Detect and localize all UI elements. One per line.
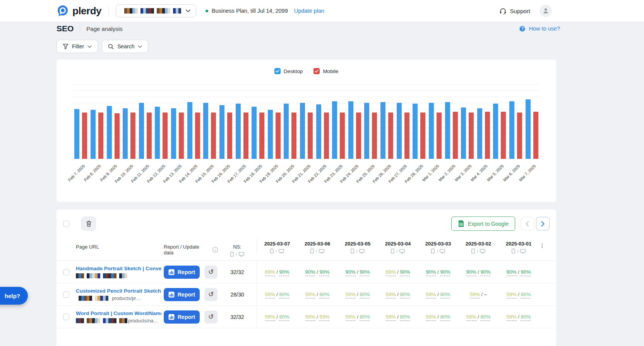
desktop-score-link[interactable]: 80% xyxy=(279,314,289,321)
user-avatar[interactable] xyxy=(540,5,552,17)
select-all-checkbox[interactable] xyxy=(63,221,69,227)
report-button[interactable]: Report xyxy=(164,288,200,301)
desktop-score-link[interactable]: 80% xyxy=(400,314,410,321)
desktop-bar-6[interactable] xyxy=(171,108,176,159)
desktop-bar-1[interactable] xyxy=(91,110,96,159)
desktop-bar-23[interactable] xyxy=(445,102,450,159)
mobile-score-link[interactable]: 90% xyxy=(426,269,436,276)
mobile-score-link[interactable]: 59% xyxy=(265,314,275,321)
mobile-bar-17[interactable] xyxy=(356,112,361,159)
export-to-google-button[interactable]: Export to Google xyxy=(451,216,515,231)
mobile-bar-4[interactable] xyxy=(147,112,152,159)
page-url-link[interactable]: Handmade Portrait Sketch | Convert P… xyxy=(76,266,161,271)
mobile-bar-6[interactable] xyxy=(179,112,184,159)
desktop-bar-16[interactable] xyxy=(332,101,337,159)
desktop-score-link[interactable]: 80% xyxy=(360,314,370,321)
refresh-button[interactable]: ↺ xyxy=(204,288,218,301)
row-checkbox[interactable] xyxy=(63,291,69,298)
desktop-score-link[interactable]: 80% xyxy=(521,314,531,321)
mobile-score-link[interactable]: 69% xyxy=(265,269,275,276)
plerdy-logo[interactable]: plerdy xyxy=(57,5,101,17)
desktop-bar-10[interactable] xyxy=(236,104,241,159)
support-button[interactable]: Support xyxy=(499,7,530,15)
desktop-score-link[interactable]: 80% xyxy=(440,314,450,321)
mobile-score-link[interactable]: 59% xyxy=(386,291,396,298)
mobile-score-link[interactable]: 59% xyxy=(346,291,356,298)
mobile-bar-18[interactable] xyxy=(372,112,377,159)
project-selector-dropdown[interactable] xyxy=(116,4,196,17)
desktop-bar-4[interactable] xyxy=(139,103,144,159)
desktop-bar-0[interactable] xyxy=(74,109,79,159)
desktop-score-link[interactable]: 90% xyxy=(319,269,329,276)
desktop-bar-24[interactable] xyxy=(461,107,466,159)
mobile-bar-19[interactable] xyxy=(388,112,393,159)
legend-mobile[interactable]: Mobile xyxy=(313,68,338,74)
mobile-bar-11[interactable] xyxy=(259,112,264,159)
mobile-score-link[interactable]: 90% xyxy=(346,269,356,276)
info-icon[interactable]: i xyxy=(212,247,218,252)
desktop-bar-26[interactable] xyxy=(493,104,498,159)
filter-button[interactable]: Filter xyxy=(57,40,98,53)
row-checkbox[interactable] xyxy=(63,269,69,275)
desktop-score-link[interactable]: 90% xyxy=(480,269,490,276)
mobile-bar-10[interactable] xyxy=(243,112,248,159)
mobile-bar-7[interactable] xyxy=(195,112,200,159)
desktop-bar-2[interactable] xyxy=(107,106,112,159)
desktop-score-link[interactable]: 80% xyxy=(521,291,531,298)
desktop-bar-13[interactable] xyxy=(284,104,289,159)
mobile-score-link[interactable]: 59% xyxy=(386,314,396,321)
mobile-checkbox[interactable] xyxy=(313,68,320,74)
page-url-link[interactable]: Customized Pencil Portrait Sketch| C… xyxy=(76,288,161,294)
mobile-bar-1[interactable] xyxy=(98,112,103,159)
desktop-score-link[interactable]: 90% xyxy=(400,269,410,276)
desktop-bar-21[interactable] xyxy=(413,104,418,159)
search-button[interactable]: Search xyxy=(102,40,148,53)
mobile-bar-3[interactable] xyxy=(130,112,135,159)
mobile-bar-25[interactable] xyxy=(485,112,490,159)
desktop-bar-27[interactable] xyxy=(509,101,514,159)
mobile-bar-23[interactable] xyxy=(453,112,458,159)
mobile-score-link[interactable]: 59% xyxy=(507,314,517,321)
mobile-bar-13[interactable] xyxy=(291,112,296,159)
desktop-bar-11[interactable] xyxy=(252,107,257,159)
mobile-bar-16[interactable] xyxy=(340,112,345,159)
mobile-score-link[interactable]: 59% xyxy=(426,314,436,321)
desktop-score-link[interactable]: 59% xyxy=(319,314,329,321)
next-page-button[interactable] xyxy=(536,217,550,230)
mobile-bar-14[interactable] xyxy=(308,112,313,159)
mobile-score-link[interactable]: 90% xyxy=(507,269,517,276)
mobile-bar-5[interactable] xyxy=(163,112,168,159)
mobile-score-link[interactable]: 69% xyxy=(386,269,396,276)
desktop-score-link[interactable]: 90% xyxy=(440,269,450,276)
update-plan-link[interactable]: Update plan xyxy=(294,8,324,14)
mobile-score-link[interactable]: 90% xyxy=(466,269,476,276)
desktop-bar-20[interactable] xyxy=(397,103,402,159)
report-button[interactable]: Report xyxy=(164,266,200,279)
desktop-checkbox[interactable] xyxy=(274,68,281,74)
mobile-bar-0[interactable] xyxy=(82,112,87,159)
desktop-bar-7[interactable] xyxy=(187,102,192,159)
mobile-bar-12[interactable] xyxy=(276,112,281,159)
mobile-bar-22[interactable] xyxy=(437,112,442,159)
mobile-bar-15[interactable] xyxy=(324,112,329,159)
desktop-bar-17[interactable] xyxy=(348,101,353,159)
mobile-score-link[interactable]: 59% xyxy=(507,291,517,298)
row-checkbox[interactable] xyxy=(63,314,69,320)
desktop-score-link[interactable]: 80% xyxy=(440,291,450,298)
mobile-bar-27[interactable] xyxy=(517,112,522,159)
prev-page-button[interactable] xyxy=(521,217,534,230)
desktop-bar-8[interactable] xyxy=(203,103,208,159)
desktop-bar-14[interactable] xyxy=(300,103,305,159)
desktop-score-link[interactable]: 80% xyxy=(279,291,289,298)
desktop-bar-12[interactable] xyxy=(268,110,273,159)
mobile-score-link[interactable]: 59% xyxy=(305,291,315,298)
desktop-bar-19[interactable] xyxy=(380,102,385,159)
mobile-bar-2[interactable] xyxy=(115,113,120,159)
desktop-bar-25[interactable] xyxy=(477,108,482,159)
mobile-bar-24[interactable] xyxy=(469,112,474,159)
refresh-button[interactable]: ↺ xyxy=(204,310,218,324)
mobile-score-link[interactable]: 59% xyxy=(346,314,356,321)
report-button[interactable]: Report xyxy=(164,310,200,324)
help-chat-bubble[interactable]: help? xyxy=(0,287,28,305)
desktop-score-link[interactable]: 80% xyxy=(319,291,329,298)
